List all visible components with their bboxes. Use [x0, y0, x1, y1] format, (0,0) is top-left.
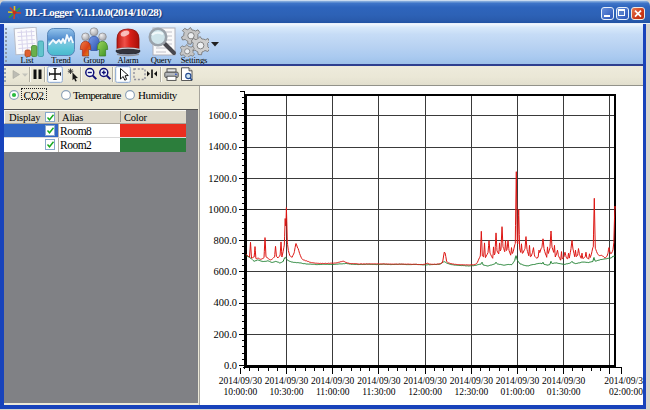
svg-text:400.0: 400.0: [213, 297, 237, 308]
svg-text:11:00:00: 11:00:00: [316, 387, 350, 397]
svg-text:2014/09/30: 2014/09/30: [542, 376, 586, 386]
svg-text:10:30:00: 10:30:00: [270, 387, 304, 397]
svg-text:02:00:00: 02:00:00: [609, 387, 642, 397]
svg-text:11:30:00: 11:30:00: [362, 387, 396, 397]
svg-text:200.0: 200.0: [213, 329, 237, 340]
svg-text:2014/09/30: 2014/09/30: [311, 376, 355, 386]
svg-text:12:00:00: 12:00:00: [408, 387, 442, 397]
svg-text:600.0: 600.0: [213, 266, 237, 277]
svg-text:2014/09/30: 2014/09/30: [219, 376, 263, 386]
svg-text:01:30:00: 01:30:00: [547, 387, 581, 397]
svg-text:1600.0: 1600.0: [208, 110, 237, 121]
svg-text:12:30:00: 12:30:00: [454, 387, 488, 397]
svg-text:2014/09/30: 2014/09/30: [604, 376, 642, 386]
svg-text:800.0: 800.0: [213, 235, 237, 246]
svg-text:2014/09/30: 2014/09/30: [357, 376, 401, 386]
svg-text:0.0: 0.0: [224, 360, 237, 371]
svg-text:1200.0: 1200.0: [208, 173, 237, 184]
svg-text:10:00:00: 10:00:00: [223, 387, 257, 397]
svg-text:2014/09/30: 2014/09/30: [450, 376, 494, 386]
svg-text:1000.0: 1000.0: [208, 204, 237, 215]
svg-text:1400.0: 1400.0: [208, 141, 237, 152]
svg-text:2014/09/30: 2014/09/30: [496, 376, 540, 386]
svg-text:2014/09/30: 2014/09/30: [265, 376, 309, 386]
svg-text:01:00:00: 01:00:00: [501, 387, 535, 397]
svg-text:2014/09/30: 2014/09/30: [403, 376, 447, 386]
